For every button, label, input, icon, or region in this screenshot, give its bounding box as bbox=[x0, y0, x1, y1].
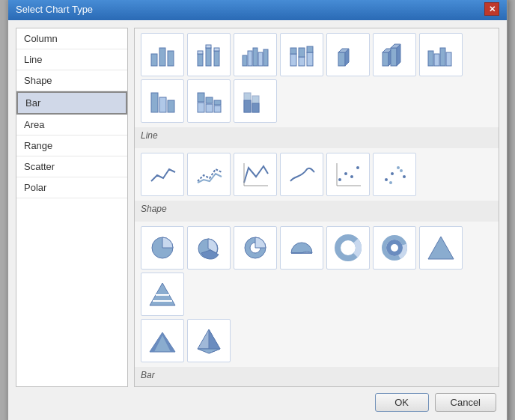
chart-icon[interactable] bbox=[141, 273, 184, 316]
svg-rect-39 bbox=[206, 104, 213, 112]
svg-rect-17 bbox=[299, 48, 305, 57]
svg-rect-40 bbox=[214, 100, 221, 105]
sidebar-item-bar[interactable]: Bar bbox=[16, 91, 127, 115]
svg-rect-10 bbox=[248, 51, 252, 66]
sidebar-item-range[interactable]: Range bbox=[16, 136, 127, 156]
svg-rect-35 bbox=[168, 100, 174, 112]
svg-rect-19 bbox=[307, 46, 313, 52]
svg-rect-29 bbox=[428, 51, 433, 66]
close-button[interactable]: ✕ bbox=[484, 2, 499, 16]
svg-rect-41 bbox=[214, 106, 221, 112]
chart-icon[interactable] bbox=[280, 226, 323, 270]
svg-rect-14 bbox=[290, 54, 296, 66]
svg-rect-4 bbox=[198, 51, 203, 54]
chart-icon[interactable] bbox=[280, 153, 323, 196]
line-chart-grid bbox=[141, 153, 493, 196]
chart-icon[interactable] bbox=[234, 79, 277, 123]
chart-icon[interactable] bbox=[234, 153, 277, 196]
svg-rect-11 bbox=[253, 48, 258, 66]
chart-icon[interactable] bbox=[373, 226, 416, 270]
sidebar-item-area[interactable]: Area bbox=[16, 115, 127, 136]
sidebar: Column Line Shape Bar Area Range Scatter… bbox=[16, 28, 128, 387]
svg-rect-13 bbox=[263, 49, 268, 66]
svg-rect-6 bbox=[206, 45, 211, 48]
column-chart-grid-2 bbox=[141, 79, 493, 123]
sidebar-item-line[interactable]: Line bbox=[16, 49, 127, 70]
svg-point-57 bbox=[403, 175, 406, 178]
section-shape-icons bbox=[135, 222, 499, 367]
svg-rect-7 bbox=[214, 51, 219, 66]
svg-point-50 bbox=[350, 175, 353, 178]
chart-icon[interactable] bbox=[187, 226, 231, 270]
svg-rect-1 bbox=[159, 48, 165, 66]
section-bar-header: Bar bbox=[135, 367, 499, 387]
svg-rect-32 bbox=[446, 52, 451, 66]
main-area: Column Line Shape Bar Area Range Scatter… bbox=[16, 28, 499, 387]
sidebar-item-scatter[interactable]: Scatter bbox=[16, 156, 127, 177]
svg-rect-5 bbox=[206, 48, 211, 66]
chart-icon[interactable] bbox=[419, 33, 463, 76]
title-bar: Select Chart Type ✕ bbox=[8, 0, 507, 20]
chart-icon[interactable] bbox=[280, 33, 323, 76]
svg-rect-16 bbox=[299, 57, 305, 66]
svg-point-55 bbox=[391, 172, 394, 175]
bar-section-label: Bar bbox=[141, 370, 493, 380]
ok-button[interactable]: OK bbox=[375, 393, 429, 412]
dialog-body: Column Line Shape Bar Area Range Scatter… bbox=[8, 20, 507, 420]
section-line: Line bbox=[135, 127, 499, 148]
svg-marker-78 bbox=[198, 349, 220, 353]
svg-point-48 bbox=[338, 178, 341, 181]
sidebar-item-shape[interactable]: Shape bbox=[16, 70, 127, 91]
svg-rect-36 bbox=[198, 93, 204, 102]
svg-rect-3 bbox=[198, 54, 203, 66]
svg-rect-34 bbox=[159, 97, 166, 112]
svg-rect-26 bbox=[391, 48, 397, 66]
chart-icon[interactable] bbox=[326, 33, 370, 76]
svg-marker-28 bbox=[397, 44, 400, 66]
svg-rect-0 bbox=[151, 54, 157, 66]
svg-point-54 bbox=[385, 178, 388, 181]
svg-rect-37 bbox=[198, 103, 204, 112]
chart-icon[interactable] bbox=[141, 79, 184, 123]
svg-rect-9 bbox=[243, 55, 247, 66]
chart-icon[interactable] bbox=[141, 319, 184, 362]
svg-marker-70 bbox=[428, 237, 454, 259]
dialog: Select Chart Type ✕ Column Line Shape Ba… bbox=[7, 0, 508, 420]
svg-point-58 bbox=[389, 181, 392, 184]
dialog-footer: OK Cancel bbox=[16, 387, 499, 415]
svg-point-56 bbox=[397, 166, 400, 169]
chart-icon[interactable] bbox=[141, 226, 184, 270]
sidebar-item-polar[interactable]: Polar bbox=[16, 177, 127, 198]
chart-icon[interactable] bbox=[141, 153, 184, 196]
chart-icon[interactable] bbox=[187, 319, 231, 362]
column-chart-grid bbox=[141, 33, 493, 76]
chart-icon[interactable] bbox=[234, 226, 277, 270]
svg-rect-45 bbox=[252, 103, 259, 112]
chart-icon[interactable] bbox=[419, 226, 463, 270]
shape-chart-grid-2 bbox=[141, 319, 493, 362]
chart-icon[interactable] bbox=[373, 153, 416, 196]
chart-icon[interactable] bbox=[326, 153, 370, 196]
section-shape-header: Shape bbox=[135, 201, 499, 222]
svg-rect-23 bbox=[383, 52, 388, 66]
cancel-button[interactable]: Cancel bbox=[435, 393, 496, 412]
chart-icon[interactable] bbox=[187, 153, 231, 196]
chart-icon[interactable] bbox=[373, 33, 416, 76]
svg-rect-15 bbox=[290, 48, 296, 54]
chart-icon[interactable] bbox=[187, 79, 231, 123]
chart-icon[interactable] bbox=[234, 33, 277, 76]
chart-icon[interactable] bbox=[187, 33, 231, 76]
svg-rect-43 bbox=[244, 100, 251, 112]
content-area: Line bbox=[134, 28, 499, 387]
svg-point-59 bbox=[400, 169, 403, 172]
svg-rect-38 bbox=[206, 97, 213, 103]
svg-rect-20 bbox=[338, 52, 345, 66]
shape-chart-grid bbox=[141, 226, 493, 316]
sidebar-item-column[interactable]: Column bbox=[16, 28, 127, 49]
chart-icon[interactable] bbox=[141, 33, 184, 76]
shape-section-label: Shape bbox=[141, 204, 493, 214]
svg-rect-12 bbox=[258, 52, 263, 66]
svg-rect-33 bbox=[151, 93, 158, 112]
chart-icon[interactable] bbox=[326, 226, 370, 270]
section-column bbox=[135, 28, 499, 127]
